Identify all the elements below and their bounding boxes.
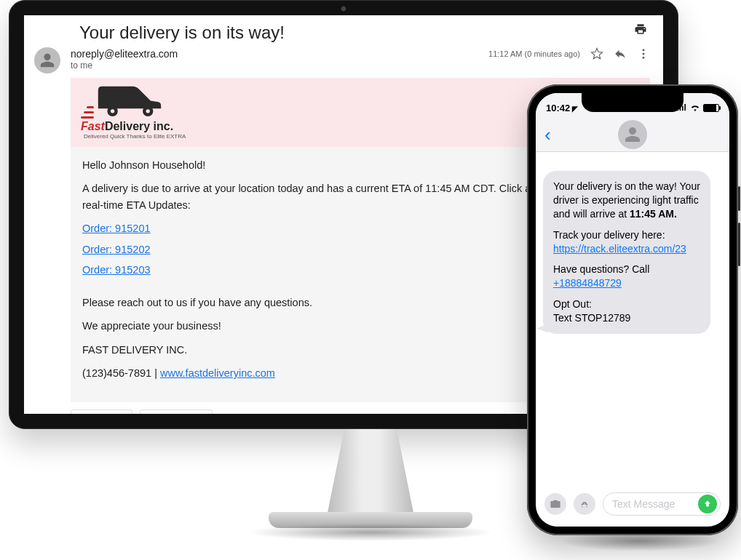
msg-call-link[interactable]: +18884848729: [553, 277, 622, 289]
order-link-2[interactable]: Order: 915202: [82, 241, 151, 257]
app-store-icon[interactable]: [574, 493, 595, 515]
battery-icon: [703, 104, 719, 112]
wifi-icon: [690, 104, 700, 112]
brand-name-part1: Fast: [81, 120, 105, 132]
msg-intro-text: Your delivery is on the way! Your driver…: [553, 180, 700, 220]
svg-point-1: [643, 53, 645, 55]
truck-icon: [97, 82, 162, 119]
send-button[interactable]: [698, 495, 717, 513]
incoming-message-bubble: Your delivery is on the way! Your driver…: [543, 171, 710, 334]
msg-eta-time: 11:45 AM.: [630, 208, 677, 220]
svg-rect-9: [682, 106, 683, 111]
email-subject: Your delivery is on its way!: [79, 23, 650, 43]
messages-header: ‹: [536, 122, 729, 152]
svg-point-2: [643, 57, 645, 59]
phone-notch: [582, 93, 683, 112]
message-input[interactable]: Text Message: [603, 492, 721, 516]
msg-track-label: Track your delivery here:: [553, 229, 665, 241]
monitor-stand: [327, 429, 414, 516]
message-input-bar: Text Message: [536, 487, 729, 521]
contact-avatar[interactable]: [618, 120, 647, 149]
signature-website-link[interactable]: www.fastdeliveryinc.com: [160, 367, 275, 379]
sender-address: noreply@eliteextra.com: [71, 47, 478, 60]
svg-rect-10: [684, 104, 686, 111]
camera-dot: [340, 5, 347, 12]
message-placeholder: Text Message: [612, 498, 675, 510]
reply-arrow-icon[interactable]: [614, 47, 627, 60]
more-icon[interactable]: [637, 47, 650, 60]
reply-button[interactable]: Reply: [71, 409, 132, 414]
email-timestamp: 11:12 AM (0 minutes ago): [488, 49, 580, 58]
camera-icon[interactable]: [544, 493, 566, 515]
order-link-3[interactable]: Order: 915203: [82, 262, 151, 278]
svg-point-6: [146, 109, 150, 113]
signature-phone: (123)456-7891: [82, 367, 151, 379]
back-button[interactable]: ‹: [544, 125, 551, 144]
order-link-1[interactable]: Order: 915201: [82, 220, 151, 236]
status-time: 10:42 ◤: [546, 103, 578, 113]
svg-point-0: [643, 49, 645, 51]
sender-avatar: [34, 47, 60, 73]
star-icon[interactable]: [590, 47, 603, 60]
forward-button[interactable]: Forward: [140, 409, 213, 414]
message-area: Your delivery is on the way! Your driver…: [536, 152, 729, 475]
msg-track-link[interactable]: https://track.eliteextra.com/23: [553, 243, 686, 255]
svg-point-4: [111, 109, 114, 113]
phone-screen: 10:42 ◤ ‹ Your delivery is on the way! Y…: [536, 93, 729, 527]
phone-device: 10:42 ◤ ‹ Your delivery is on the way! Y…: [527, 84, 738, 535]
recipient-label: to me: [71, 60, 478, 72]
monitor-shadow: [247, 524, 494, 541]
brand-name-part2: Delivery inc.: [105, 120, 173, 132]
msg-optout-label: Opt Out:: [553, 298, 592, 310]
msg-call-label: Have questions? Call: [553, 263, 649, 275]
print-icon[interactable]: [634, 23, 647, 36]
speed-lines-icon: [81, 106, 94, 119]
msg-optout-text: Text STOP12789: [553, 312, 630, 324]
